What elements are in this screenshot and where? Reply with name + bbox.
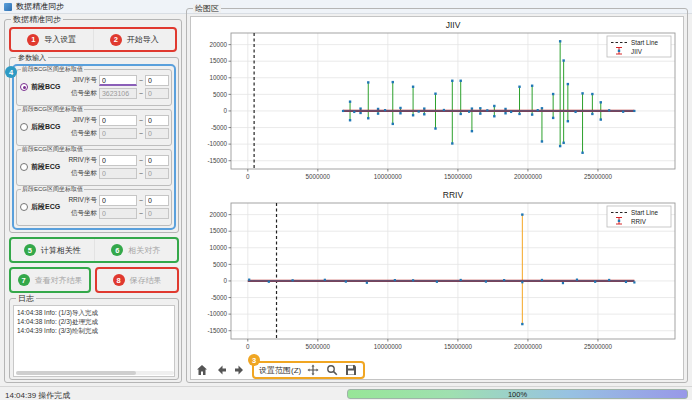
rear-bcg-signal-to-input[interactable] (145, 128, 169, 139)
svg-text:Start Line: Start Line (631, 209, 658, 216)
svg-text:15000000: 15000000 (444, 343, 473, 350)
rear-ecg-signal-from-input[interactable] (99, 208, 137, 219)
front-bcg-radio[interactable] (20, 83, 28, 91)
save-result-highlight: 8 保存结果 (95, 267, 179, 293)
svg-text:10000: 10000 (209, 74, 227, 81)
sync-panel: 数据精准同步 1 导入设置 2 开始导入 参数输入 4 前段BCG区间坐标取值 … (4, 19, 182, 383)
step-badge-3: 3 (248, 354, 260, 366)
app-icon (4, 3, 12, 11)
svg-text:5000: 5000 (213, 261, 228, 268)
front-bcg-jiiv-to-input[interactable] (145, 75, 169, 86)
pan-icon[interactable] (306, 363, 320, 377)
svg-text:25000000: 25000000 (584, 173, 613, 180)
svg-text:JIIV: JIIV (446, 20, 461, 30)
plot-toolbar: 3 设置范围(Z) (195, 361, 365, 379)
svg-text:15000: 15000 (209, 227, 227, 234)
svg-text:-10000: -10000 (207, 310, 227, 317)
front-ecg-radio[interactable] (20, 163, 28, 171)
svg-text:5000000: 5000000 (306, 173, 331, 180)
step-badge-2: 2 (110, 34, 122, 46)
svg-text:-15000: -15000 (207, 157, 227, 164)
start-import-button[interactable]: 2 开始导入 (93, 29, 176, 50)
svg-text:20000000: 20000000 (514, 173, 543, 180)
front-bcg-jiiv-from-input[interactable] (99, 75, 137, 86)
svg-text:10000000: 10000000 (374, 343, 403, 350)
step-badge-7: 7 (18, 274, 30, 286)
param-input-label: 参数输入 (16, 53, 48, 62)
forward-arrow-icon[interactable] (233, 363, 247, 377)
front-ecg-rriv-to-input[interactable] (145, 155, 169, 166)
step-badge-4: 4 (5, 66, 17, 78)
svg-text:0: 0 (246, 173, 250, 180)
svg-text:0: 0 (223, 277, 227, 284)
param-input-group: 参数输入 4 前段BCG区间坐标取值 前段BCG JIIV序号 ~ (9, 57, 179, 233)
log-entry: 14:04:38 Info: (1/3)导入完成 (17, 308, 172, 317)
rear-bcg-jiiv-to-input[interactable] (145, 115, 169, 126)
back-arrow-icon[interactable] (214, 363, 228, 377)
correlation-buttons-highlight: 5 计算相关性 6 相关对齐 (9, 237, 179, 263)
step-badge-6: 6 (111, 244, 123, 256)
log-entry: 14:04:38 Info: (2/3)处理完成 (17, 317, 172, 326)
front-ecg-section: 前段ECG区间坐标取值 前段ECG RRIV序号 ~ (16, 149, 172, 186)
svg-text:20000000: 20000000 (514, 343, 543, 350)
rear-bcg-signal-from-input[interactable] (99, 128, 137, 139)
svg-text:10000000: 10000000 (374, 173, 403, 180)
sync-panel-label: 数据精准同步 (11, 15, 63, 24)
status-text: 14:04:39 操作完成 (5, 390, 70, 400)
svg-text:RRIV: RRIV (631, 218, 647, 225)
log-group-label: 日志 (16, 294, 36, 303)
window-title: 数据精准同步 (16, 1, 64, 12)
svg-text:5000: 5000 (213, 91, 228, 98)
front-bcg-signal-to-input[interactable] (145, 88, 169, 99)
front-ecg-rriv-from-input[interactable] (99, 155, 137, 166)
svg-text:-5000: -5000 (211, 124, 228, 131)
rear-ecg-section: 后段ECG区间坐标取值 后段ECG RRIV序号 ~ (16, 189, 172, 226)
front-ecg-signal-to-input[interactable] (145, 168, 169, 179)
front-bcg-signal-from-input[interactable] (99, 88, 137, 99)
log-horizontal-scrollbar[interactable] (16, 371, 174, 375)
svg-text:20000: 20000 (209, 211, 227, 218)
plot-area-group: 绘图区 -15000-10000-50000500010000150002000… (186, 8, 688, 383)
import-settings-button[interactable]: 1 导入设置 (11, 29, 93, 50)
front-ecg-signal-from-input[interactable] (99, 168, 137, 179)
progress-bar: 100% (347, 389, 688, 399)
log-list[interactable]: 14:04:38 Info: (1/3)导入完成 14:04:38 Info: … (13, 305, 175, 377)
jiiv-chart[interactable]: -15000-10000-500005000100001500020000050… (191, 17, 683, 187)
svg-text:15000: 15000 (209, 57, 227, 64)
status-bar: 14:04:39 操作完成 100% (0, 386, 692, 400)
save-figure-icon[interactable] (344, 363, 358, 377)
svg-text:0: 0 (223, 107, 227, 114)
svg-text:0: 0 (246, 343, 250, 350)
home-icon[interactable] (195, 363, 209, 377)
rear-bcg-jiiv-from-input[interactable] (99, 115, 137, 126)
view-align-result-button[interactable]: 7 查看对齐结果 (11, 269, 89, 291)
rear-bcg-radio[interactable] (20, 123, 28, 131)
set-range-highlight: 3 设置范围(Z) (252, 361, 365, 379)
log-group: 日志 14:04:38 Info: (1/3)导入完成 14:04:38 Inf… (9, 298, 179, 380)
svg-text:5000000: 5000000 (306, 343, 331, 350)
svg-text:-5000: -5000 (211, 294, 228, 301)
plot-area-label: 绘图区 (193, 4, 221, 13)
svg-text:25000000: 25000000 (584, 343, 613, 350)
param-highlight-box: 4 前段BCG区间坐标取值 前段BCG JIIV序号 ~ (12, 64, 176, 230)
svg-text:10000: 10000 (209, 244, 227, 251)
rear-bcg-section: 后段BCG区间坐标取值 后段BCG JIIV序号 ~ (16, 109, 172, 146)
step-badge-5: 5 (24, 244, 36, 256)
rear-ecg-rriv-from-input[interactable] (99, 195, 137, 206)
plot-canvas: -15000-10000-500005000100001500020000050… (190, 16, 684, 380)
step-badge-8: 8 (113, 274, 125, 286)
svg-text:15000000: 15000000 (444, 173, 473, 180)
svg-text:-10000: -10000 (207, 140, 227, 147)
calc-correlation-button[interactable]: 5 计算相关性 (11, 239, 94, 261)
zoom-icon[interactable] (325, 363, 339, 377)
rear-ecg-radio[interactable] (20, 203, 28, 211)
save-result-button[interactable]: 8 保存结果 (97, 269, 177, 291)
rear-ecg-signal-to-input[interactable] (145, 208, 169, 219)
svg-text:20000: 20000 (209, 41, 227, 48)
correlation-align-button[interactable]: 6 相关对齐 (94, 239, 178, 261)
import-buttons-highlight: 1 导入设置 2 开始导入 (9, 27, 177, 52)
rriv-chart[interactable]: -15000-10000-500005000100001500020000050… (191, 187, 683, 357)
rear-ecg-rriv-to-input[interactable] (145, 195, 169, 206)
log-entry: 14:04:39 Info: (3/3)绘制完成 (17, 326, 172, 335)
front-bcg-section: 前段BCG区间坐标取值 前段BCG JIIV序号 ~ (16, 69, 172, 106)
